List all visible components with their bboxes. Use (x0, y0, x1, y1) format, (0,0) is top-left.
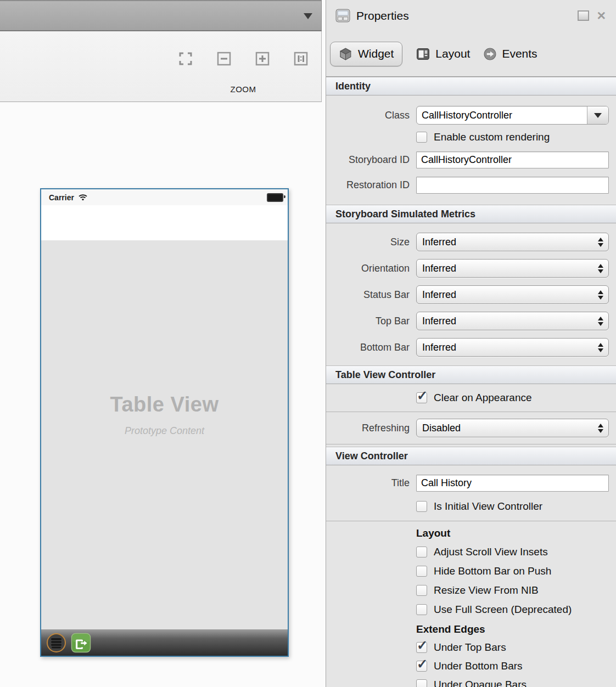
top-bar-row: Top Bar Inferred (326, 312, 609, 330)
float-panel-icon[interactable] (578, 10, 589, 21)
orientation-popup[interactable]: Inferred (416, 259, 609, 278)
adjust-scroll-view-insets-label: Adjust Scroll View Insets (434, 546, 548, 558)
enable-custom-rendering-label: Enable custom rendering (434, 131, 550, 143)
hide-bottom-bar-checkbox[interactable] (416, 566, 427, 577)
stepper-icon (598, 317, 603, 326)
storyboard-id-row: Storyboard ID (326, 151, 609, 168)
properties-icon (335, 9, 350, 22)
refreshing-value: Disabled (422, 423, 593, 434)
zoom-group-label: ZOOM (177, 85, 309, 94)
table-view-controller-dock-icon[interactable] (46, 633, 66, 653)
title-label: Title (326, 477, 410, 489)
clear-on-appearance-label: Clear on Appearance (434, 392, 532, 404)
resize-view-from-nib-checkbox[interactable] (416, 585, 427, 596)
under-bottom-bars-checkbox[interactable] (416, 661, 427, 672)
zoom-actual-size-icon (293, 51, 309, 66)
battery-icon (267, 193, 283, 202)
zoom-controls: ZOOM (177, 50, 309, 94)
restoration-id-row: Restoration ID (326, 177, 609, 194)
events-arrow-icon (484, 48, 496, 60)
status-bar-row: Status Bar Inferred (326, 285, 609, 304)
zoom-in-button[interactable] (254, 50, 271, 67)
tab-layout-label: Layout (435, 47, 470, 60)
orientation-value: Inferred (422, 263, 593, 274)
clear-on-appearance-checkbox[interactable] (416, 392, 427, 403)
simulated-status-bar: Carrier (41, 189, 288, 205)
tab-events-label: Events (502, 47, 537, 60)
storyboard-view-controller-canvas[interactable]: Carrier Table View Prototype Content (40, 188, 289, 657)
storyboard-editor-pane: ZOOM Carrier Table View Prototype Conten… (0, 0, 326, 687)
zoom-actual-size-button[interactable] (293, 50, 309, 67)
divider (326, 521, 616, 521)
use-full-screen-row: Use Full Screen (Deprecated) (416, 602, 616, 617)
view-controller-dock (41, 629, 288, 656)
divider (326, 412, 616, 412)
class-combobox[interactable]: CallHistoryController (416, 106, 609, 125)
canvas-toolbar: ZOOM (0, 31, 322, 102)
resize-view-from-nib-label: Resize View From NIB (434, 584, 539, 596)
section-header-simulated-metrics: Storyboard Simulated Metrics (326, 205, 616, 223)
restoration-id-label: Restoration ID (326, 179, 410, 191)
status-bar-label: Status Bar (326, 289, 410, 301)
close-panel-icon[interactable]: ✕ (596, 10, 606, 21)
widget-cube-icon (339, 47, 352, 61)
zoom-in-icon (255, 51, 270, 66)
divider (326, 444, 616, 444)
adjust-scroll-view-insets-row: Adjust Scroll View Insets (416, 545, 616, 559)
is-initial-view-controller-checkbox[interactable] (416, 501, 427, 512)
hide-bottom-bar-row: Hide Bottom Bar on Push (416, 564, 616, 578)
table-header-area (41, 205, 288, 240)
stepper-icon (598, 264, 603, 273)
properties-panel: Properties ✕ Widget Layout (326, 0, 616, 687)
section-header-view-controller: View Controller (326, 447, 616, 465)
refreshing-row: Refreshing Disabled (326, 419, 609, 437)
class-value: CallHistoryController (417, 106, 587, 124)
zoom-out-button[interactable] (216, 50, 232, 67)
storyboard-id-field[interactable] (416, 151, 609, 168)
section-header-identity: Identity (326, 77, 616, 95)
table-view-placeholder-title: Table View (110, 393, 219, 416)
size-label: Size (326, 236, 410, 248)
zoom-fit-button[interactable] (177, 50, 194, 67)
zoom-out-icon (216, 51, 232, 66)
status-bar-value: Inferred (422, 289, 593, 301)
hide-bottom-bar-label: Hide Bottom Bar on Push (434, 565, 551, 577)
use-full-screen-checkbox[interactable] (416, 604, 427, 615)
storyboard-id-label: Storyboard ID (326, 154, 410, 166)
is-initial-view-controller-label: Is Initial View Controller (434, 500, 542, 513)
stepper-icon (598, 290, 603, 300)
wifi-icon (78, 194, 88, 201)
carrier-label: Carrier (49, 193, 74, 202)
tab-events[interactable]: Events (484, 47, 537, 60)
custom-rendering-row: Enable custom rendering (416, 130, 616, 144)
table-view-placeholder-subtitle: Prototype Content (125, 425, 204, 437)
class-label: Class (326, 110, 410, 121)
enable-custom-rendering-checkbox[interactable] (416, 132, 427, 143)
restoration-id-field[interactable] (416, 177, 609, 194)
table-view[interactable]: Table View Prototype Content (41, 240, 288, 629)
exit-segue-icon[interactable] (71, 633, 91, 653)
inspector-tab-bar: Widget Layout Events (326, 31, 616, 77)
title-field[interactable] (416, 475, 609, 492)
titlebar-dropdown-icon[interactable] (304, 13, 312, 19)
tab-widget-label: Widget (358, 47, 394, 60)
stepper-icon (598, 343, 603, 352)
resize-view-from-nib-row: Resize View From NIB (416, 583, 616, 598)
tab-layout[interactable]: Layout (416, 47, 470, 61)
under-opaque-bars-checkbox[interactable] (416, 679, 427, 687)
clear-on-appearance-row: Clear on Appearance (416, 391, 616, 405)
adjust-scroll-view-insets-checkbox[interactable] (416, 547, 427, 558)
under-top-bars-checkbox[interactable] (416, 642, 427, 653)
top-bar-label: Top Bar (326, 316, 410, 327)
tab-widget[interactable]: Widget (330, 42, 402, 66)
size-popup[interactable]: Inferred (416, 233, 609, 251)
top-bar-popup[interactable]: Inferred (416, 312, 609, 330)
bottom-bar-row: Bottom Bar Inferred (326, 338, 609, 357)
status-bar-popup[interactable]: Inferred (416, 285, 609, 304)
refreshing-popup[interactable]: Disabled (416, 419, 609, 437)
title-row: Title (326, 475, 609, 492)
under-bottom-bars-label: Under Bottom Bars (434, 660, 523, 672)
bottom-bar-popup[interactable]: Inferred (416, 338, 609, 357)
extend-edges-subheader: Extend Edges (416, 623, 616, 636)
class-dropdown-button[interactable] (587, 106, 608, 124)
